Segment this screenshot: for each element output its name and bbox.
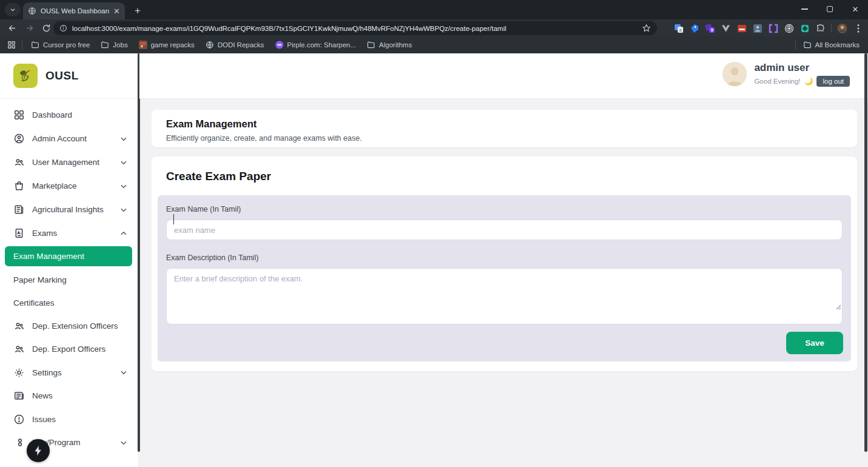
chevron-down-icon xyxy=(119,368,129,377)
tab-close-icon[interactable]: ✕ xyxy=(113,7,120,15)
app-window: OUSL Dashboard Admin Account User Manage… xyxy=(0,53,868,467)
extension-idm-icon[interactable] xyxy=(736,23,747,33)
bookmarks-right-divider xyxy=(795,41,796,50)
address-bar[interactable]: localhost:3000/exam/manage-exams/i1GQ9Wu… xyxy=(53,21,657,35)
extension-person-icon[interactable] xyxy=(752,23,763,33)
bookmark-item[interactable]: Jobs xyxy=(101,41,127,49)
sidebar-item-admin-account[interactable]: Admin Account xyxy=(0,127,138,150)
extensions-puzzle-icon[interactable] xyxy=(815,23,826,33)
news-icon xyxy=(13,390,25,401)
tab-search-button[interactable] xyxy=(5,3,21,16)
site-info-icon[interactable] xyxy=(59,24,67,32)
folder-icon xyxy=(31,41,39,49)
sidebar-item-news[interactable]: News xyxy=(0,385,138,408)
sidebar-item-settings[interactable]: Settings xyxy=(0,361,138,385)
sidebar-item-paper-marking[interactable]: Paper Marking xyxy=(0,268,138,291)
greeting-text: Good Evening! xyxy=(754,78,800,85)
profile-avatar[interactable] xyxy=(837,23,847,33)
sidebar-item-label: Admin Account xyxy=(32,134,112,143)
sidebar-item-label: Exam Management xyxy=(13,252,84,261)
forward-button[interactable] xyxy=(21,21,38,35)
save-button[interactable]: Save xyxy=(786,332,843,354)
sidebar-item-marketplace[interactable]: Marketplace xyxy=(0,174,138,198)
reload-button[interactable] xyxy=(38,21,55,35)
sidebar-item-dev-program[interactable]: Dev/Program xyxy=(0,431,138,455)
sidebar-item-exams[interactable]: Exams xyxy=(0,221,138,245)
sidebar-item-agricultural-insights[interactable]: Agricultural Insights xyxy=(0,198,138,221)
exam-description-textarea[interactable] xyxy=(166,268,843,324)
sidebar-item-label: Exams xyxy=(32,229,112,238)
chevron-down-icon xyxy=(119,205,129,215)
sidebar-item-dep-export-officers[interactable]: Dep. Export Officers xyxy=(0,338,138,361)
ousl-logo-icon xyxy=(13,64,38,88)
chevron-down-icon xyxy=(119,438,129,448)
bookmark-item[interactable]: Cursor pro free xyxy=(31,41,90,49)
maximize-button[interactable] xyxy=(817,0,843,18)
pirple-favicon xyxy=(275,41,284,49)
chevron-down-icon xyxy=(10,7,16,13)
bookmark-label: Jobs xyxy=(113,41,127,49)
all-bookmarks-label: All Bookmarks xyxy=(815,41,860,49)
extension-brackets-icon[interactable] xyxy=(768,23,778,33)
form-panel: Exam Name (In Tamil) Exam Description (I… xyxy=(158,195,851,361)
dashboard-icon xyxy=(13,109,25,121)
extension-translate-icon[interactable]: a xyxy=(673,23,684,33)
sidebar-item-label: Agricultural Insights xyxy=(32,205,112,214)
admin-account-icon xyxy=(13,133,25,144)
logout-button[interactable]: log out xyxy=(816,76,850,87)
exam-description-label: Exam Description (In Tamil) xyxy=(166,254,259,262)
back-button[interactable] xyxy=(4,21,21,35)
sidebar-item-exam-management[interactable]: Exam Management xyxy=(5,246,132,266)
bookmark-label: Pirple.com: Sharpen... xyxy=(287,41,356,49)
devtools-lightning-button[interactable] xyxy=(27,439,50,462)
main-area: admin user Good Evening! 🌙 log out Exam … xyxy=(139,53,868,467)
agricultural-insights-icon xyxy=(13,204,25,215)
bookmark-star-icon[interactable] xyxy=(642,24,651,33)
extension-target-icon[interactable] xyxy=(784,23,794,33)
new-tab-button[interactable]: + xyxy=(131,4,144,18)
folder-icon xyxy=(101,41,109,49)
browser-toolbar: localhost:3000/exam/manage-exams/i1GQ9Wu… xyxy=(0,19,868,36)
user-avatar[interactable] xyxy=(723,62,747,86)
sidebar-item-dashboard[interactable]: Dashboard xyxy=(0,103,138,127)
sidebar-item-label: Certificates xyxy=(13,298,55,307)
extension-nine-icon[interactable]: 9 xyxy=(705,23,715,33)
export-officers-icon xyxy=(13,343,25,355)
sidebar-item-label: Dep. Export Officers xyxy=(32,344,129,354)
extension-tag-icon[interactable] xyxy=(689,23,699,33)
text-caret xyxy=(173,214,174,224)
browser-tab[interactable]: OUSL Web Dashboard ✕ xyxy=(23,2,125,19)
page-scrollbar[interactable] xyxy=(864,53,867,452)
bookmark-item[interactable]: Algorithms xyxy=(367,41,412,49)
exam-name-label: Exam Name (In Tamil) xyxy=(166,205,241,213)
exam-name-input[interactable] xyxy=(166,220,843,240)
kebab-menu-icon[interactable] xyxy=(853,23,863,33)
sidebar-item-label: Dep. Extension Officers xyxy=(32,321,129,331)
minimize-button[interactable] xyxy=(792,0,817,18)
sidebar-item-user-management[interactable]: User Management xyxy=(0,150,138,174)
extension-vue-icon[interactable] xyxy=(721,23,731,33)
sidebar-item-certificates[interactable]: Certificates xyxy=(0,291,138,314)
toolbar-divider xyxy=(831,24,832,33)
apps-grid-icon[interactable] xyxy=(7,41,16,49)
bookmark-item[interactable]: DODI Repacks xyxy=(205,41,264,49)
bookmark-item[interactable]: game repacks xyxy=(139,41,195,49)
page-subtitle: Efficiently organize, create, and manage… xyxy=(166,134,843,143)
svg-text:a: a xyxy=(679,27,681,32)
textarea-resize-handle[interactable] xyxy=(836,304,841,310)
sidebar-item-dep-extension-officers[interactable]: Dep. Extension Officers xyxy=(0,314,138,338)
tab-title: OUSL Web Dashboard xyxy=(41,7,109,15)
window-controls: ✕ xyxy=(792,0,868,18)
sidebar-item-label: Marketplace xyxy=(32,181,112,190)
extension-teal-icon[interactable] xyxy=(800,23,810,33)
close-window-button[interactable]: ✕ xyxy=(843,0,868,18)
image-favicon xyxy=(139,41,147,49)
sidebar-item-issues[interactable]: Issues xyxy=(0,408,138,431)
all-bookmarks-button[interactable]: All Bookmarks xyxy=(803,41,860,49)
bookmark-item[interactable]: Pirple.com: Sharpen... xyxy=(275,41,356,49)
chevron-down-icon xyxy=(119,181,129,191)
moon-icon: 🌙 xyxy=(804,77,813,86)
sidebar-item-label: News xyxy=(32,391,129,400)
bookmarks-divider xyxy=(22,41,22,50)
dev-program-icon xyxy=(13,437,25,448)
